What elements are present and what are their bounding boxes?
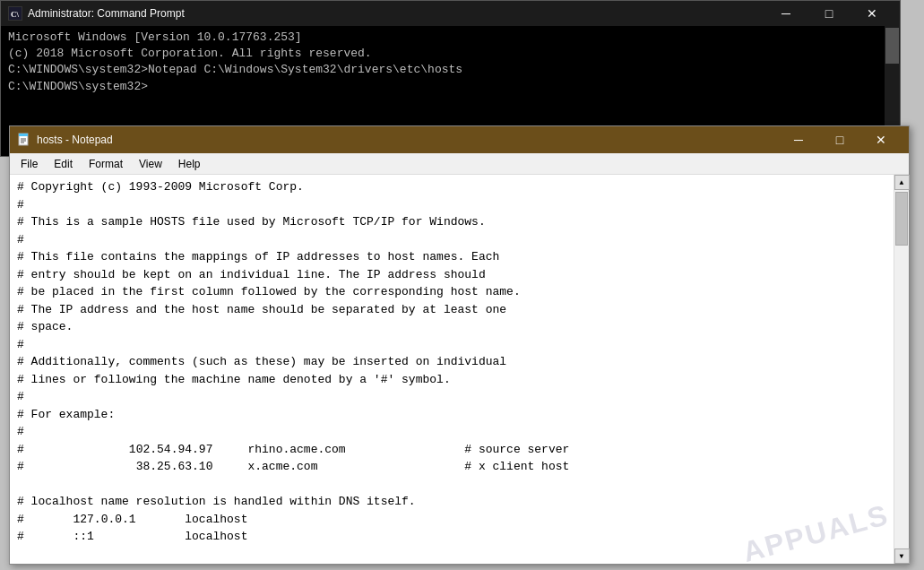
cmd-icon: C\ <box>8 6 22 21</box>
menu-edit[interactable]: Edit <box>47 155 80 173</box>
cmd-close-button[interactable]: ✕ <box>851 1 893 26</box>
cmd-body: Microsoft Windows [Version 10.0.17763.25… <box>1 26 900 99</box>
notepad-titlebar: hosts - Notepad ─ □ ✕ <box>10 126 909 153</box>
notepad-menubar: File Edit Format View Help <box>10 153 909 175</box>
scroll-thumb[interactable] <box>895 192 908 246</box>
cmd-controls: ─ □ ✕ <box>765 1 893 26</box>
notepad-window: hosts - Notepad ─ □ ✕ File Edit Format V… <box>9 125 910 565</box>
notepad-minimize-button[interactable]: ─ <box>778 126 819 153</box>
notepad-title: hosts - Notepad <box>37 134 113 146</box>
svg-rect-3 <box>19 134 28 136</box>
notepad-textarea[interactable] <box>10 175 894 564</box>
cmd-line4: C:\WINDOWS\system32>Notepad C:\Windows\S… <box>8 62 893 78</box>
cmd-maximize-button[interactable]: □ <box>808 1 850 26</box>
cmd-line6: C:\WINDOWS\system32> <box>8 79 893 95</box>
cmd-line2: (c) 2018 Microsoft Corporation. All righ… <box>8 46 893 62</box>
menu-help[interactable]: Help <box>171 155 208 173</box>
menu-format[interactable]: Format <box>82 155 130 173</box>
scroll-up-arrow[interactable]: ▲ <box>894 175 910 190</box>
cmd-titlebar-left: C\ Administrator: Command Prompt <box>8 6 185 21</box>
menu-view[interactable]: View <box>132 155 169 173</box>
svg-text:C\: C\ <box>11 10 19 19</box>
cmd-minimize-button[interactable]: ─ <box>765 1 807 26</box>
notepad-icon <box>17 133 31 147</box>
notepad-controls: ─ □ ✕ <box>778 126 902 153</box>
cmd-titlebar: C\ Administrator: Command Prompt ─ □ ✕ <box>1 1 900 26</box>
scroll-down-arrow[interactable]: ▼ <box>894 548 910 564</box>
cmd-title: Administrator: Command Prompt <box>28 7 185 20</box>
menu-file[interactable]: File <box>13 155 45 173</box>
scroll-track <box>894 190 909 548</box>
cmd-scroll-thumb <box>885 28 899 64</box>
notepad-scrollbar[interactable]: ▲ ▼ <box>894 175 909 564</box>
cmd-line1: Microsoft Windows [Version 10.0.17763.25… <box>8 30 893 46</box>
notepad-content: ▲ ▼ APPUALS <box>10 175 909 564</box>
notepad-close-button[interactable]: ✕ <box>860 126 902 153</box>
notepad-titlebar-left: hosts - Notepad <box>17 133 113 147</box>
notepad-maximize-button[interactable]: □ <box>819 126 860 153</box>
